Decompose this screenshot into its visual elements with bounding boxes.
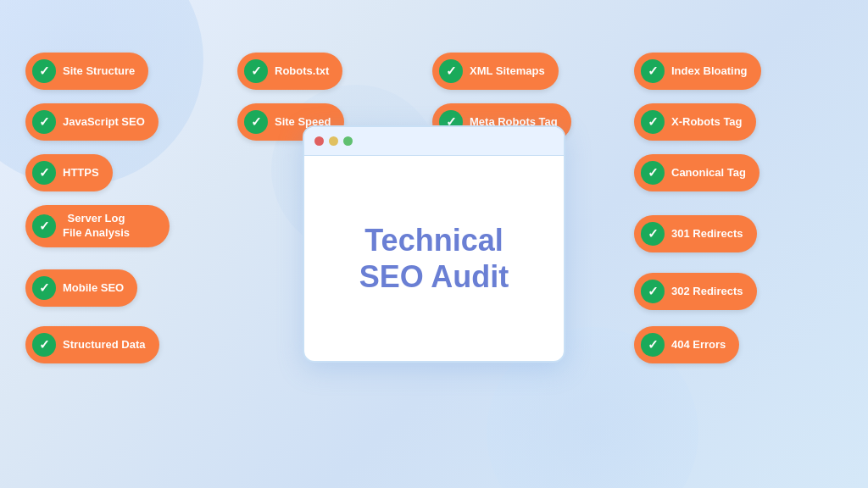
badge-xml-sitemaps: XML Sitemaps	[432, 53, 559, 90]
browser-content: Technical SEO Audit	[304, 156, 564, 361]
badge-label-index-bloating: Index Bloating	[671, 64, 748, 78]
badge-label-302-redirects: 302 Redirects	[671, 285, 743, 298]
badge-robots-txt: Robots.txt	[237, 53, 342, 90]
badge-302-redirects: 302 Redirects	[634, 273, 757, 310]
check-icon-https	[32, 161, 56, 185]
check-icon-302-redirects	[641, 280, 665, 303]
badge-label-site-structure: Site Structure	[63, 64, 135, 78]
badge-index-bloating: Index Bloating	[634, 53, 761, 90]
badge-site-structure: Site Structure	[25, 53, 148, 90]
badge-mobile-seo: Mobile SEO	[25, 269, 137, 307]
badge-label-server-log: Server LogFile Analysis	[63, 212, 130, 241]
badge-server-log: Server LogFile Analysis	[25, 205, 170, 247]
check-icon-x-robots-tag	[641, 110, 665, 134]
badge-label-robots-txt: Robots.txt	[275, 64, 329, 78]
badge-javascript-seo: JavaScript SEO	[25, 103, 159, 141]
dot-yellow	[329, 136, 338, 146]
badge-label-xml-sitemaps: XML Sitemaps	[470, 64, 545, 78]
check-icon-robots-txt	[244, 59, 268, 83]
dot-red	[314, 136, 324, 146]
badge-label-https: HTTPS	[63, 166, 99, 180]
badge-label-404-errors: 404 Errors	[671, 338, 726, 352]
badge-label-canonical-tag: Canonical Tag	[671, 166, 746, 180]
check-icon-javascript-seo	[32, 110, 56, 134]
check-icon-structured-data	[32, 333, 56, 357]
badge-canonical-tag: Canonical Tag	[634, 154, 760, 191]
check-icon-301-redirects	[641, 222, 665, 246]
browser-title: Technical SEO Audit	[359, 222, 509, 295]
check-icon-xml-sitemaps	[439, 59, 463, 83]
check-icon-404-errors	[641, 333, 665, 357]
check-icon-server-log	[32, 214, 56, 238]
badge-404-errors: 404 Errors	[634, 326, 739, 363]
badge-structured-data: Structured Data	[25, 326, 159, 363]
badge-label-javascript-seo: JavaScript SEO	[63, 115, 145, 129]
check-icon-canonical-tag	[641, 161, 665, 185]
browser-titlebar	[304, 127, 564, 156]
badge-https: HTTPS	[25, 154, 113, 191]
badge-x-robots-tag: X-Robots Tag	[634, 103, 756, 141]
check-icon-site-structure	[32, 59, 56, 83]
badge-label-structured-data: Structured Data	[63, 338, 146, 352]
badge-label-mobile-seo: Mobile SEO	[63, 281, 124, 295]
badge-301-redirects: 301 Redirects	[634, 215, 757, 252]
check-icon-index-bloating	[641, 59, 665, 83]
badge-label-301-redirects: 301 Redirects	[671, 227, 743, 241]
badge-label-x-robots-tag: X-Robots Tag	[671, 115, 743, 129]
main-container: Technical SEO Audit Site Structure JavaS…	[0, 0, 868, 488]
dot-green	[343, 136, 353, 146]
check-icon-site-speed	[244, 110, 268, 134]
check-icon-mobile-seo	[32, 276, 56, 300]
browser-window: Technical SEO Audit	[303, 125, 565, 363]
